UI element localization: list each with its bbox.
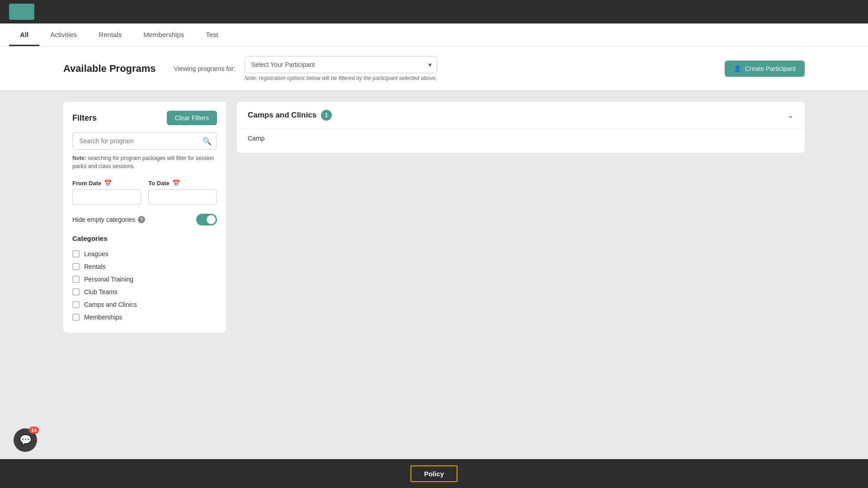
checkbox-camps-clinics[interactable]	[72, 301, 80, 308]
help-icon: ?	[138, 216, 145, 223]
category-leagues[interactable]: Leagues	[72, 248, 217, 260]
to-date-label: To Date 📅	[148, 179, 217, 187]
calendar-icon-to: 📅	[172, 179, 180, 187]
hide-empty-toggle[interactable]	[196, 214, 217, 225]
create-participant-label: Create Participant	[745, 65, 796, 72]
participant-select[interactable]: Select Your Participant	[245, 56, 437, 73]
create-participant-button[interactable]: 👤 Create Participant	[725, 61, 805, 77]
checkbox-leagues[interactable]	[72, 250, 80, 258]
participant-note: Note: registration options below will be…	[245, 75, 437, 81]
search-icon: 🔍	[203, 137, 212, 145]
search-input[interactable]	[72, 132, 217, 150]
policy-button[interactable]: Policy	[410, 465, 458, 482]
checkbox-personal-training[interactable]	[72, 276, 80, 283]
category-card-title-camps-clinics: Camps and Clinics 1	[248, 110, 332, 121]
from-date-input[interactable]	[72, 189, 141, 205]
program-item-camp[interactable]: Camp	[248, 131, 794, 145]
tab-test[interactable]: Test	[195, 24, 229, 46]
main-content: Filters Clear Filters 🔍 Note: searching …	[0, 91, 868, 461]
hide-empty-label: Hide empty categories ?	[72, 216, 145, 223]
category-camps-clinics[interactable]: Camps and Clinics	[72, 298, 217, 311]
tab-rentals[interactable]: Rentals	[88, 24, 132, 46]
filters-header: Filters Clear Filters	[72, 111, 217, 125]
logo[interactable]	[9, 4, 34, 20]
checkbox-club-teams[interactable]	[72, 288, 80, 296]
chat-badge: 14	[29, 427, 39, 434]
checkbox-memberships[interactable]	[72, 314, 80, 321]
to-date-group: To Date 📅	[148, 179, 217, 205]
categories-title: Categories	[72, 235, 217, 242]
category-card-title-text: Camps and Clinics	[248, 111, 316, 120]
category-rentals[interactable]: Rentals	[72, 260, 217, 273]
category-rentals-label: Rentals	[84, 263, 105, 270]
filters-title: Filters	[72, 113, 97, 123]
category-leagues-label: Leagues	[84, 250, 108, 258]
viewing-label: Viewing programs for:	[174, 65, 236, 72]
toggle-row: Hide empty categories ?	[72, 214, 217, 225]
category-personal-training[interactable]: Personal Training	[72, 273, 217, 286]
chat-icon: 💬	[19, 434, 32, 446]
categories-list: Leagues Rentals Personal Training Club T…	[72, 248, 217, 324]
programs-panel: Camps and Clinics 1 ⌄ Camp	[237, 102, 805, 450]
bottom-bar: Policy	[0, 459, 868, 488]
participant-select-group: Select Your Participant ▾ Note: registra…	[245, 56, 437, 81]
category-memberships-label: Memberships	[84, 314, 122, 321]
tab-bar: All Activities Rentals Memberships Test	[0, 23, 868, 47]
top-nav	[0, 0, 868, 23]
tab-activities[interactable]: Activities	[39, 24, 88, 46]
from-date-label: From Date 📅	[72, 179, 141, 187]
category-club-teams-label: Club Teams	[84, 288, 118, 296]
category-club-teams[interactable]: Club Teams	[72, 286, 217, 298]
category-memberships[interactable]: Memberships	[72, 311, 217, 324]
category-card-camps-clinics: Camps and Clinics 1 ⌄ Camp	[237, 102, 805, 153]
to-date-input[interactable]	[148, 189, 217, 205]
from-date-group: From Date 📅	[72, 179, 141, 205]
available-programs-title: Available Programs	[63, 63, 156, 75]
search-note: Note: searching for program packages wil…	[72, 154, 217, 170]
calendar-icon-from: 📅	[104, 179, 112, 187]
tab-memberships[interactable]: Memberships	[132, 24, 195, 46]
category-card-header-camps-clinics[interactable]: Camps and Clinics 1 ⌄	[237, 102, 805, 129]
tab-all[interactable]: All	[9, 24, 39, 46]
clear-filters-button[interactable]: Clear Filters	[167, 111, 217, 125]
category-card-body-camps-clinics: Camp	[237, 129, 805, 153]
category-camps-clinics-label: Camps and Clinics	[84, 301, 137, 308]
toggle-knob	[207, 215, 216, 224]
chevron-down-icon: ⌄	[787, 110, 794, 120]
checkbox-rentals[interactable]	[72, 263, 80, 270]
filters-sidebar: Filters Clear Filters 🔍 Note: searching …	[63, 102, 226, 333]
chat-bubble[interactable]: 💬 14	[14, 428, 37, 452]
add-person-icon: 👤	[734, 65, 741, 72]
programs-header: Available Programs Viewing programs for:…	[0, 47, 868, 91]
participant-select-wrapper: Select Your Participant ▾	[245, 56, 437, 73]
search-box-wrapper: 🔍	[72, 132, 217, 150]
category-badge-camps-clinics: 1	[321, 110, 332, 121]
category-personal-training-label: Personal Training	[84, 276, 133, 283]
date-row: From Date 📅 To Date 📅	[72, 179, 217, 205]
